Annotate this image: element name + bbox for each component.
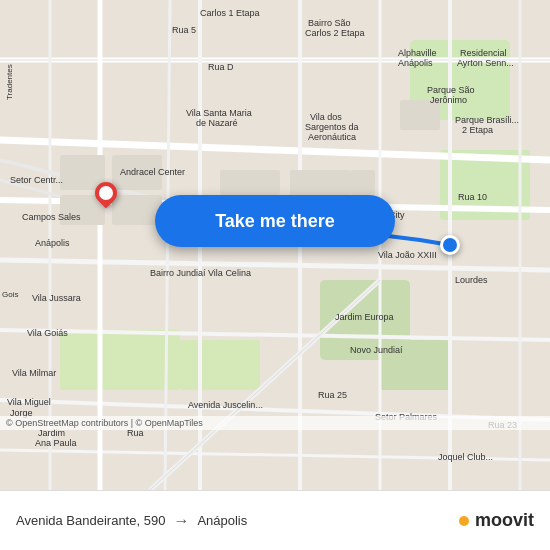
map-label-bairro-jundiai: Bairro Jundiaí Vila Celina <box>150 268 251 278</box>
map-label-ana-paula: Ana Paula <box>35 438 77 448</box>
map-label-anapolis: Anápolis <box>35 238 70 248</box>
origin-address: Avenida Bandeirante, 590 <box>16 513 165 528</box>
map-label-jardim-europa: Jardim Europa <box>335 312 394 322</box>
map-label-vila-miguel: Vila Miguel <box>7 397 51 407</box>
map-label-gois: Gois <box>2 290 18 299</box>
map-label-setor-centr: Setor Centr... <box>10 175 63 185</box>
map-label-residencial: Residencial <box>460 48 507 58</box>
map-label-de-nazare: de Nazaré <box>196 118 238 128</box>
route-arrow: → <box>173 512 189 530</box>
take-me-there-button[interactable]: Take me there <box>155 195 395 247</box>
map-label-ayrton: Ayrton Senn... <box>457 58 514 68</box>
map-label-vila-joao: Vila João XXIII <box>378 250 437 260</box>
map-label-tradentes: Tradentes <box>5 64 14 100</box>
svg-rect-31 <box>220 170 280 195</box>
map-label-bairro-sao: Bairro São <box>308 18 351 28</box>
map-label-aeronautica: Aeronáutica <box>308 132 356 142</box>
map-label-vila-jussara: Vila Jussara <box>32 293 81 303</box>
map-label-vila-santa: Vila Santa Maria <box>186 108 252 118</box>
map-label-andracel: Andracel Center <box>120 167 185 177</box>
bottom-route-info: Avenida Bandeirante, 590 → Anápolis <box>16 512 247 530</box>
map-label-vila-milmar: Vila Milmar <box>12 368 56 378</box>
map-label-parque-sao: Parque São <box>427 85 475 95</box>
map-label-rua10: Rua 10 <box>458 192 487 202</box>
moovit-dot-icon <box>459 516 469 526</box>
svg-rect-4 <box>180 340 260 390</box>
map-label-novo-jundiai: Novo Jundiaí <box>350 345 403 355</box>
copyright-text: © OpenStreetMap contributors | © OpenMap… <box>6 418 203 428</box>
map-container: Carlos 1 Etapa Bairro São Carlos 2 Etapa… <box>0 0 550 490</box>
route-row: Avenida Bandeirante, 590 → Anápolis <box>16 512 247 530</box>
map-label-campos: Campos Sales <box>22 212 81 222</box>
destination-label: Anápolis <box>197 513 247 528</box>
bottom-bar: Avenida Bandeirante, 590 → Anápolis moov… <box>0 490 550 550</box>
map-label-alphaville2: Anápolis <box>398 58 433 68</box>
map-label-parque-brasilia: Parque Brasíli... <box>455 115 519 125</box>
take-me-there-label: Take me there <box>215 211 335 232</box>
map-label-vila-goias: Vila Goiás <box>27 328 68 338</box>
moovit-logo: moovit <box>459 510 534 531</box>
map-label-lourdes: Lourdes <box>455 275 488 285</box>
svg-rect-2 <box>60 330 180 390</box>
map-label-av-juscelino: Avenida Juscelin... <box>188 400 263 410</box>
map-label-sargentos: Sargentos da <box>305 122 359 132</box>
map-label-jeronimo: Jerônimo <box>430 95 467 105</box>
map-label-2etapa: 2 Etapa <box>462 125 493 135</box>
map-label-joquel: Joquel Club... <box>438 452 493 462</box>
map-label-vila-dos: Vila dos <box>310 112 342 122</box>
moovit-text: moovit <box>475 510 534 531</box>
copyright-bar: © OpenStreetMap contributors | © OpenMap… <box>0 416 550 430</box>
map-label-carlos2: Carlos 2 Etapa <box>305 28 365 38</box>
map-label-rua25: Rua 25 <box>318 390 347 400</box>
svg-rect-35 <box>350 170 375 195</box>
map-label-carlos1: Carlos 1 Etapa <box>200 8 260 18</box>
map-label-ruad: Rua D <box>208 62 234 72</box>
map-label-rua5: Rua 5 <box>172 25 196 35</box>
map-label-alphaville: Alphaville <box>398 48 437 58</box>
origin-dot <box>440 235 460 255</box>
